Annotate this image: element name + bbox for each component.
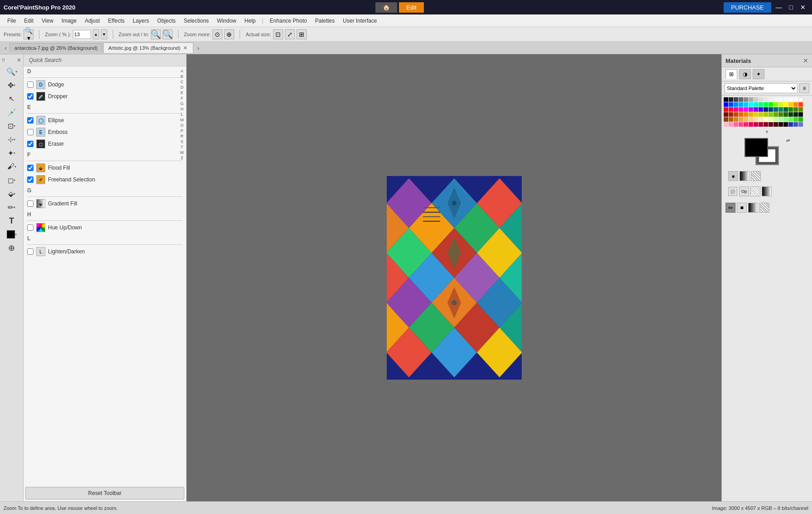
opaque-btn[interactable]: Op	[739, 186, 749, 196]
swatch-magenta1[interactable]	[739, 107, 743, 112]
qs-nav-z[interactable]: Z	[179, 155, 185, 161]
swatch-r6-3[interactable]	[734, 122, 738, 127]
swatch-yellow2[interactable]	[783, 102, 788, 107]
swatch-dark3[interactable]	[739, 97, 743, 102]
straighten-tool-btn[interactable]: ⊹ ▾	[3, 133, 20, 146]
swatch-blue2[interactable]	[729, 102, 733, 107]
swatch-r4-6[interactable]	[749, 112, 753, 117]
swatch-r4-11[interactable]	[774, 112, 778, 117]
menu-help[interactable]: Help	[241, 16, 259, 25]
swatch-green2[interactable]	[764, 102, 768, 107]
qs-item-hue-updown[interactable]: H Hue Up/Down	[24, 222, 186, 233]
swatch-magenta2[interactable]	[744, 107, 748, 112]
swatch-teal2[interactable]	[774, 107, 778, 112]
swatch-cyan1[interactable]	[744, 102, 748, 107]
swatch-r6-9[interactable]	[764, 122, 768, 127]
swatch-blue4[interactable]	[739, 102, 743, 107]
swatch-r4-7[interactable]	[754, 112, 758, 117]
swatch-r6-13[interactable]	[783, 122, 788, 127]
swatch-r4-4[interactable]	[739, 112, 743, 117]
qs-nav-d[interactable]: D	[179, 85, 185, 90]
menu-adjust[interactable]: Adjust	[81, 16, 103, 25]
swatch-lime1[interactable]	[774, 102, 778, 107]
swatch-nearwhite3[interactable]	[793, 97, 798, 102]
retouch-tool-btn[interactable]: ✦ ▾	[3, 147, 20, 159]
draw-tool-btn[interactable]: ✏ ▾	[3, 201, 20, 214]
qs-nav-b[interactable]: B	[179, 74, 185, 79]
swatch-r5-16[interactable]	[798, 117, 803, 122]
swatch-dark2[interactable]	[734, 97, 738, 102]
tab-artistic-close-btn[interactable]: ✕	[182, 45, 188, 51]
qs-nav-c[interactable]: C	[179, 79, 185, 85]
swatch-cyan3[interactable]	[754, 102, 758, 107]
swatch-r4-8[interactable]	[759, 112, 763, 117]
mat-gradient-btn[interactable]	[748, 203, 758, 213]
add-layer-btn[interactable]: ⊕	[3, 242, 20, 254]
swatch-r6-5[interactable]	[744, 122, 748, 127]
swatch-r4-12[interactable]	[778, 112, 783, 117]
null-color-btn[interactable]: ⊘	[728, 187, 737, 196]
presets-dropdown-btn[interactable]: 🔍▾	[24, 29, 34, 39]
swatch-green1[interactable]	[759, 102, 763, 107]
selection-tool-btn[interactable]: ↖	[3, 92, 20, 105]
qs-checkbox-dropper[interactable]	[27, 93, 34, 100]
qs-nav-m[interactable]: M	[179, 117, 185, 123]
qs-checkbox-ellipse[interactable]	[27, 117, 34, 124]
swatch-purple3[interactable]	[759, 107, 763, 112]
swatch-black[interactable]	[724, 97, 728, 102]
menu-selections[interactable]: Selections	[180, 16, 212, 25]
pattern-mode-btn[interactable]	[751, 171, 761, 181]
qs-checkbox-dodge[interactable]	[27, 81, 34, 88]
qs-nav-l[interactable]: L	[179, 112, 184, 117]
swatch-teal1[interactable]	[769, 107, 773, 112]
swatch-r5-8[interactable]	[759, 117, 763, 122]
swatch-darkblue1[interactable]	[764, 107, 768, 112]
qs-checkbox-lighten-darken[interactable]	[27, 248, 34, 255]
menu-user-interface[interactable]: User Interface	[339, 16, 380, 25]
maximize-button[interactable]: □	[787, 4, 796, 11]
text-tool-btn[interactable]: T	[3, 214, 20, 227]
qs-item-emboss[interactable]: E Emboss	[24, 126, 186, 138]
swatch-nearwhite2[interactable]	[788, 97, 793, 102]
swatch-r4-14[interactable]	[788, 112, 793, 117]
swatch-r4-3[interactable]	[734, 112, 738, 117]
swatch-orange1[interactable]	[788, 102, 793, 107]
swatch-blue3[interactable]	[734, 102, 738, 107]
tabs-scroll-right-btn[interactable]: ›	[194, 44, 202, 52]
palette-dropdown[interactable]: Standard Palette	[725, 83, 798, 93]
left-toolbar-close-btn[interactable]: ✕	[17, 57, 21, 63]
swatch-r5-15[interactable]	[793, 117, 798, 122]
swatch-gray2[interactable]	[749, 97, 753, 102]
swatch-r6-4[interactable]	[739, 122, 743, 127]
swatch-darkgreen2[interactable]	[788, 107, 793, 112]
qs-checkbox-eraser[interactable]	[27, 141, 34, 147]
swatch-r5-14[interactable]	[788, 117, 793, 122]
swatch-r6-14[interactable]	[788, 122, 793, 127]
swatch-light3[interactable]	[769, 97, 773, 102]
menu-layers[interactable]: Layers	[129, 16, 153, 25]
swatch-orange2[interactable]	[793, 102, 798, 107]
qs-nav-o[interactable]: O	[179, 123, 185, 128]
swatch-r5-9[interactable]	[764, 117, 768, 122]
actual-size-btn[interactable]: ⊡	[273, 29, 283, 39]
swatch-dark1[interactable]	[729, 97, 733, 102]
palette-config-button[interactable]: ≡	[799, 83, 809, 93]
qs-nav-a[interactable]: A	[179, 68, 185, 74]
swatch-r6-15[interactable]	[793, 122, 798, 127]
qs-checkbox-emboss[interactable]	[27, 129, 34, 135]
materials-color-picker-tab[interactable]: ◑	[739, 69, 751, 79]
menu-view[interactable]: View	[38, 16, 57, 25]
swatch-light5[interactable]	[778, 97, 783, 102]
mat-solid-btn[interactable]: ■	[737, 203, 747, 213]
qs-nav-w[interactable]: W	[179, 150, 186, 155]
swatch-light1[interactable]	[759, 97, 763, 102]
qs-checkbox-hue-updown[interactable]	[27, 224, 34, 231]
swatch-blue1[interactable]	[724, 102, 728, 107]
swatch-olive2[interactable]	[798, 107, 803, 112]
swatch-darkgreen1[interactable]	[783, 107, 788, 112]
zoom-100-btn[interactable]: ⊕	[224, 29, 234, 39]
qs-item-gradient-fill[interactable]: ⬙ Gradient Fill	[24, 198, 186, 209]
tabs-scroll-left-btn[interactable]: ‹	[2, 44, 10, 52]
tile-btn[interactable]: ⊞	[297, 29, 307, 39]
swatch-r5-12[interactable]	[778, 117, 783, 122]
